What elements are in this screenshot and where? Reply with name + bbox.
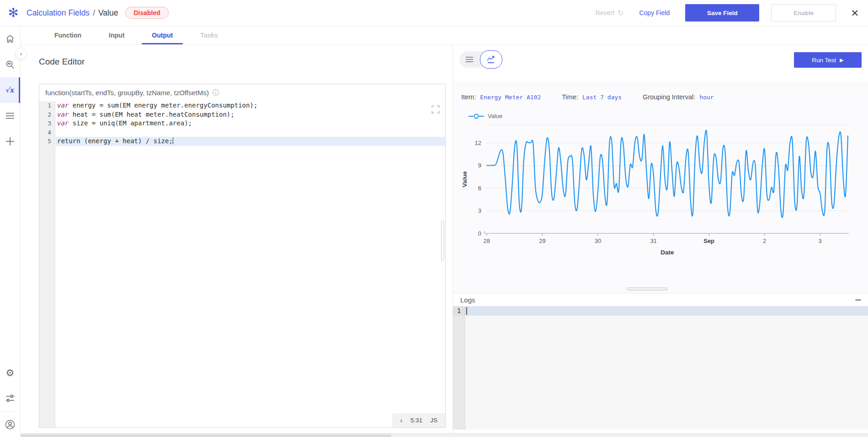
code-area[interactable]: 1var energy = sum(EM energy meter.energy… [39, 101, 445, 427]
code-editor[interactable]: function(startTs, endTs, groupBy, tzName… [39, 84, 446, 428]
logs-active-line: 1 [453, 306, 868, 316]
page-scrollbar-thumb[interactable] [0, 434, 391, 437]
page-horizontal-scrollbar[interactable] [0, 433, 868, 437]
sidebar: √x ⚙ [0, 26, 21, 437]
plus-icon [5, 137, 15, 146]
sidebar-bottom-group: ⚙ [0, 360, 20, 437]
tab-tasks[interactable]: Tasks [186, 26, 232, 44]
chart-view-icon [486, 55, 495, 64]
svg-text:30: 30 [595, 237, 601, 244]
chevron-right-icon: › [20, 50, 22, 57]
gear-icon: ⚙ [6, 367, 15, 378]
sidebar-item-add[interactable] [0, 129, 20, 154]
code-line[interactable]: 4 [39, 128, 445, 137]
item-value[interactable]: Energy Meter A102 [480, 94, 541, 101]
enable-button[interactable]: Enable [771, 4, 836, 22]
sidebar-item-preferences[interactable] [0, 386, 20, 411]
logs-cursor [466, 307, 467, 315]
code-line[interactable]: 5return (energy + heat) / size; [39, 137, 445, 146]
code-editor-panel: Code Editor function(startTs, endTs, gro… [21, 45, 450, 433]
logs-line-number: 1 [453, 306, 465, 316]
app-logo[interactable]: ✻ [0, 7, 27, 19]
refresh-icon: ↻ [618, 9, 623, 17]
run-test-button[interactable]: Run Test ▶ [794, 52, 862, 68]
chart-card: Item: Energy Meter A102 Time: Last 7 day… [453, 83, 868, 293]
save-field-button[interactable]: Save Field [685, 4, 759, 22]
sidebar-item-calculation-fields[interactable]: √x [0, 77, 20, 103]
language-indicator[interactable]: JS [430, 417, 437, 424]
line-number-gutter [39, 101, 55, 427]
svg-text:3: 3 [478, 207, 481, 214]
chart-plot[interactable]: 03691228293031Sep23DateValue [459, 121, 868, 259]
editor-vertical-scrollbar[interactable] [441, 221, 444, 261]
app-header: ✻ Calculation Fields / Value Disabled Re… [0, 0, 868, 26]
list-view-button[interactable] [459, 51, 480, 68]
logs-output-area[interactable]: 1 [453, 306, 868, 430]
legend-label: Value [488, 113, 502, 119]
function-signature-bar: function(startTs, endTs, groupBy, tzName… [39, 84, 445, 101]
search-insights-icon [5, 60, 15, 69]
fullscreen-icon[interactable] [431, 105, 440, 113]
function-signature: function(startTs, endTs, groupBy, tzName… [45, 89, 209, 97]
tab-output[interactable]: Output [138, 26, 186, 44]
cursor-position: 5:31 [410, 417, 422, 424]
info-icon[interactable]: ⓘ [213, 89, 219, 97]
svg-text:28: 28 [484, 237, 490, 244]
chart-horizontal-scrollbar[interactable] [627, 287, 668, 291]
revert-button[interactable]: Revert ↻ [596, 9, 624, 17]
code-line[interactable]: 2var heat = sum(EM heat meter.heatConsum… [39, 110, 445, 119]
tab-input[interactable]: Input [95, 26, 138, 44]
breadcrumb-separator: / [93, 8, 95, 18]
sidebar-item-home[interactable] [0, 26, 20, 52]
sidebar-expand-button[interactable]: › [15, 48, 27, 59]
list-view-icon [465, 56, 474, 63]
time-label: Time: [562, 93, 578, 101]
legend-marker-icon [469, 113, 484, 119]
copy-field-button[interactable]: Copy Field [639, 9, 670, 16]
code-line[interactable]: 3var size = uniq(EM apartment.area); [39, 119, 445, 128]
chart-legend[interactable]: Value [469, 113, 868, 119]
svg-text:3: 3 [819, 237, 822, 244]
svg-text:12: 12 [475, 140, 481, 146]
svg-text:Date: Date [660, 249, 674, 256]
sqrt-x-icon: √x [5, 86, 14, 94]
svg-text:29: 29 [539, 237, 545, 244]
sidebar-item-settings[interactable]: ⚙ [0, 360, 20, 386]
run-test-label: Run Test [812, 57, 836, 64]
sidebar-item-list[interactable] [0, 103, 20, 129]
logs-title: Logs [460, 296, 475, 304]
play-icon: ▶ [840, 57, 843, 63]
svg-text:Value: Value [461, 171, 468, 187]
meta-time: Time: Last 7 days [562, 93, 622, 101]
editor-status-bar: ‹ 5:31 JS [392, 413, 445, 427]
logs-header: Logs [453, 293, 868, 306]
header-actions: Revert ↻ Copy Field Save Field Enable ✕ [596, 4, 859, 22]
logs-panel: Logs 1 [453, 293, 868, 430]
svg-text:31: 31 [650, 237, 656, 244]
page-title: Value [98, 8, 118, 18]
sidebar-item-account[interactable] [0, 411, 20, 437]
tab-bar: Function Input Output Tasks [21, 26, 868, 45]
code-line[interactable]: 1var energy = sum(EM energy meter.energy… [39, 101, 445, 110]
item-label: Item: [461, 93, 476, 101]
grouping-interval-value[interactable]: hour [699, 94, 714, 101]
svg-text:2: 2 [763, 237, 766, 244]
svg-text:0: 0 [478, 230, 481, 237]
time-value[interactable]: Last 7 days [582, 94, 622, 101]
breadcrumb-parent-link[interactable]: Calculation Fields [27, 8, 90, 18]
meta-item: Item: Energy Meter A102 [461, 93, 541, 101]
chevron-left-icon[interactable]: ‹ [400, 416, 403, 425]
status-badge: Disabled [125, 7, 168, 19]
close-icon[interactable]: ✕ [851, 8, 859, 18]
revert-label: Revert [596, 9, 614, 16]
tab-function[interactable]: Function [41, 26, 95, 44]
chart-view-button[interactable] [480, 50, 502, 69]
code-editor-title: Code Editor [39, 57, 85, 67]
view-toggle [459, 50, 502, 69]
grouping-interval-label: Grouping Interval: [643, 93, 695, 101]
home-icon [5, 34, 15, 43]
svg-text:9: 9 [478, 162, 481, 169]
sliders-icon [5, 394, 15, 403]
minimize-icon[interactable] [855, 299, 861, 301]
view-toggle-track [459, 51, 502, 68]
